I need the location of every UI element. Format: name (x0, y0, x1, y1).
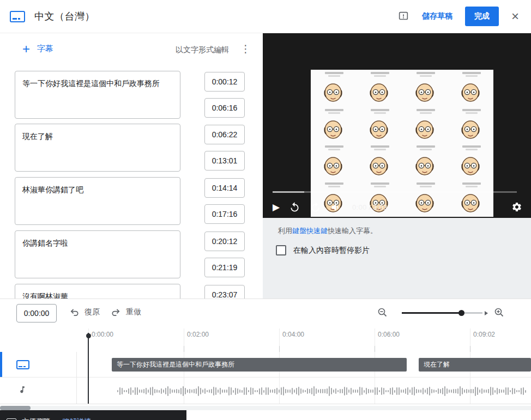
video-player: ▶ 0:00 / 3: (263, 33, 531, 218)
pause-checkbox-label: 在輸入內容時暫停影片 (293, 246, 370, 255)
subtitle-clip[interactable]: 現在了解 (419, 358, 531, 372)
redo-label: 重做 (126, 307, 141, 317)
subtitle-clip[interactable]: 等一下你好我這裡是這個中和戶政事務所 (112, 358, 407, 372)
track-bottom-divider (0, 404, 531, 404)
zoom-in-icon (494, 307, 505, 318)
plus-icon: + (22, 44, 30, 54)
done-button[interactable]: 完成 (465, 7, 499, 26)
feedback-icon (397, 10, 409, 22)
captions-icon (10, 11, 25, 22)
player-options: 利用鍵盤快速鍵快速輸入字幕。 在輸入內容時暫停影片 (263, 218, 531, 299)
subtitle-text-box[interactable]: 林淑華你講錯了吧 (15, 177, 180, 225)
video-frame-face (448, 70, 493, 107)
ruler-label: 0:02:00 (187, 331, 209, 338)
playhead-handle[interactable] (86, 333, 91, 338)
subtitle-timestamp[interactable]: 0:20:12 (204, 232, 245, 251)
ruler-tick (279, 346, 280, 352)
zoom-slider[interactable] (402, 312, 482, 314)
toast: 方便瀏覽： 瞭解詳情 (0, 410, 186, 420)
video-frame-face (311, 107, 357, 144)
zoom-out-button[interactable] (377, 307, 388, 318)
learn-more-link[interactable]: 瞭解詳情 (63, 417, 91, 420)
video-frame-face (448, 107, 493, 144)
active-track-indicator (0, 352, 2, 377)
subtitle-text-box[interactable]: 沒有啊林淑華 (15, 284, 180, 299)
audio-waveform[interactable] (117, 379, 531, 404)
horizontal-scrollbar[interactable] (0, 406, 531, 410)
keyboard-shortcuts-link[interactable]: 鍵盤快速鍵 (292, 227, 328, 235)
video-frame-face (357, 70, 402, 107)
video-frame-face (402, 107, 448, 144)
subtitle-timestamp[interactable]: 0:21:19 (204, 258, 245, 277)
player-controls: ▶ 0:00 / 3: (273, 198, 522, 216)
scrollbar-thumb[interactable] (0, 406, 31, 410)
zoom-slider-caret (485, 311, 488, 315)
subtitle-timestamp[interactable]: 0:23:07 (204, 285, 245, 299)
zoom-in-button[interactable] (494, 307, 505, 318)
save-draft-button[interactable]: 儲存草稿 (421, 8, 454, 25)
progress-bar[interactable] (273, 191, 517, 193)
zoom-out-icon (377, 307, 388, 318)
header-actions: 儲存草稿 完成 × (397, 7, 520, 26)
add-caption-label: 字幕 (37, 44, 53, 54)
video-frame-face (311, 143, 357, 180)
playhead[interactable] (88, 333, 89, 404)
rewind-10-button[interactable] (289, 202, 300, 213)
video-frame-face (311, 70, 357, 107)
redo-button[interactable]: 重做 (111, 307, 141, 317)
settings-button[interactable] (511, 202, 522, 212)
subtitle-editor: 中文（台灣） 儲存草稿 完成 × + 字幕 以文字形式編輯 ⋮ 等一下你好我這裡… (0, 0, 531, 420)
undo-label: 復原 (85, 307, 100, 317)
pause-option-row: 在輸入內容時暫停影片 (276, 245, 370, 255)
close-button[interactable]: × (510, 10, 520, 23)
timeline-time-input[interactable] (16, 304, 57, 322)
keyboard-icon (7, 418, 16, 420)
zoom-slider-knob[interactable] (458, 310, 464, 316)
tip-prefix: 利用 (278, 227, 292, 235)
play-icon: ▶ (273, 203, 280, 212)
subtitle-timestamp[interactable]: 0:06:22 (204, 125, 245, 144)
rewind-10-icon (289, 202, 300, 213)
edit-as-text-button[interactable]: 以文字形式編輯 (176, 45, 229, 55)
kebab-menu-icon[interactable]: ⋮ (238, 42, 253, 55)
play-button[interactable]: ▶ (273, 203, 280, 212)
audio-track-icon[interactable] (17, 385, 27, 395)
video-surface[interactable] (311, 70, 493, 217)
toast-text: 方便瀏覽： (22, 417, 57, 420)
timeline: 復原 重做 (0, 299, 531, 420)
ruler-label: 0:06:00 (378, 331, 400, 338)
tip-text: 利用鍵盤快速鍵快速輸入字幕。 (278, 226, 377, 236)
forward-10-button[interactable] (310, 202, 321, 213)
header: 中文（台灣） 儲存草稿 完成 × (0, 0, 531, 33)
send-feedback-button[interactable] (397, 10, 409, 22)
player-panel: ▶ 0:00 / 3: (263, 33, 531, 299)
track-row-divider (0, 377, 531, 378)
video-frame-face (402, 70, 448, 107)
subtitle-timestamp[interactable]: 0:13:01 (204, 151, 245, 171)
captions-track-icon[interactable] (16, 360, 29, 369)
subtitle-timestamp[interactable]: 0:06:16 (204, 98, 245, 118)
volume-button[interactable] (330, 202, 342, 213)
gear-icon (511, 202, 522, 212)
volume-icon (330, 202, 342, 213)
page-title: 中文（台灣） (34, 10, 95, 23)
ruler-tick (375, 346, 375, 352)
subtitle-text-box[interactable]: 你講錯名字啦 (15, 230, 180, 278)
subtitle-text-box[interactable]: 現在了解 (15, 124, 180, 172)
timeline-ruler[interactable]: 0:00:000:02:000:04:000:06:000:09:02 (0, 327, 531, 352)
subtitle-timestamp[interactable]: 0:17:16 (204, 204, 245, 224)
redo-icon (111, 307, 121, 317)
ruler-label: 0:09:02 (473, 331, 495, 338)
video-frame-face (402, 143, 448, 180)
undo-button[interactable]: 復原 (69, 307, 100, 317)
track-header-divider (76, 352, 77, 404)
add-caption-button[interactable]: + 字幕 (19, 43, 57, 54)
subtitle-timestamp[interactable]: 0:14:14 (204, 178, 245, 198)
subtitle-timestamp[interactable]: 0:00:12 (204, 72, 245, 92)
subtitle-text-box[interactable]: 等一下你好我這裡是這個中和戶政事務所 (15, 71, 180, 119)
ruler-tick (470, 346, 470, 352)
time-display: 0:00 / 3:03 (352, 203, 388, 211)
ruler-label: 0:00:00 (92, 331, 113, 338)
pause-video-checkbox[interactable] (276, 245, 286, 255)
zoom-slider-fill (402, 312, 462, 314)
